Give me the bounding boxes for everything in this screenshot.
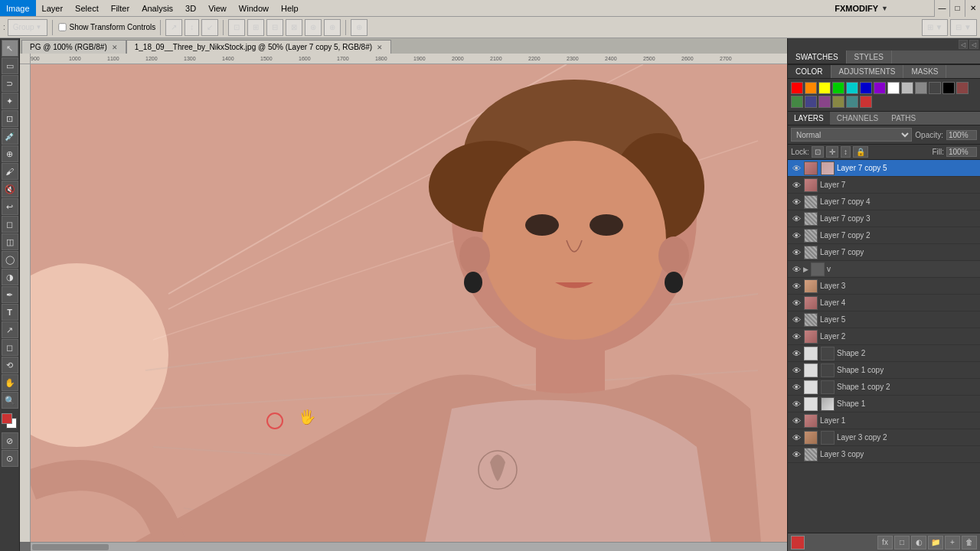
menu-item-view[interactable]: View: [202, 0, 233, 16]
adjustments-tab[interactable]: ADJUSTMENTS: [831, 65, 904, 78]
layer-row-shape1[interactable]: 👁 Shape 1: [788, 396, 980, 412]
layer-row-layer7copy3[interactable]: 👁 Layer 7 copy 3: [788, 210, 980, 227]
swatch-cyan[interactable]: [846, 82, 858, 94]
lock-icon-1[interactable]: ⊡: [812, 146, 824, 158]
menu-item-help[interactable]: Help: [275, 0, 305, 16]
layer-eye-layer5[interactable]: 👁: [791, 315, 802, 325]
transform-btn-4[interactable]: ⊡: [228, 19, 245, 36]
layer-row-layer7copy4[interactable]: 👁 Layer 7 copy 4: [788, 194, 980, 210]
tool-extra-2[interactable]: ⊙: [2, 450, 18, 467]
group-select[interactable]: Group ▼: [8, 19, 47, 36]
lock-icon-4[interactable]: 🔒: [853, 146, 868, 158]
swatch-black[interactable]: [942, 82, 955, 94]
layer-eye-layer3[interactable]: 👁: [791, 281, 802, 292]
layer-eye-layer2[interactable]: 👁: [791, 331, 802, 342]
canvas-image[interactable]: 🖐: [31, 64, 787, 542]
layer-eye-layer7copy[interactable]: 👁: [791, 247, 802, 258]
tool-zoom[interactable]: 🔍: [2, 392, 18, 409]
layer-row-layer4[interactable]: 👁 Layer 4: [788, 295, 980, 311]
tool-eyedropper[interactable]: 💉: [2, 128, 18, 145]
delete-layer-button[interactable]: 🗑: [962, 536, 977, 549]
group-arrow-v[interactable]: ▶: [803, 266, 808, 273]
layer-eye-shape2[interactable]: 👁: [791, 348, 802, 359]
tool-select[interactable]: ↖: [2, 40, 18, 57]
layer-eye-shape1copy[interactable]: 👁: [791, 365, 802, 376]
transform-btn-5[interactable]: ⊞: [247, 19, 264, 36]
layer-eye-layer7copy2[interactable]: 👁: [791, 230, 802, 241]
layer-row-shape2[interactable]: 👁 Shape 2: [788, 345, 980, 362]
swatch-yellow[interactable]: [818, 82, 831, 94]
transform-btn-6[interactable]: ⊟: [266, 19, 283, 36]
layers-tab[interactable]: LAYERS: [788, 112, 831, 125]
layer-row-layer5[interactable]: 👁 Layer 5: [788, 311, 980, 328]
layer-eye-shape1[interactable]: 👁: [791, 399, 802, 409]
layer-eye-layer7copy3[interactable]: 👁: [791, 214, 802, 224]
layer-row-shape1copy2[interactable]: 👁 Shape 1 copy 2: [788, 379, 980, 396]
lock-icon-3[interactable]: ↕: [841, 146, 851, 158]
layer-row-layer7copy5[interactable]: 👁 Layer 7 copy 5: [788, 160, 980, 177]
layer-row-layer7[interactable]: 👁 Layer 7: [788, 177, 980, 194]
swatch-dgray[interactable]: [929, 82, 941, 94]
menu-item-analysis[interactable]: Analysis: [136, 0, 179, 16]
tool-brush[interactable]: 🖌: [2, 163, 18, 180]
layer-row-layer3[interactable]: 👁 Layer 3: [788, 278, 980, 295]
show-transform-checkbox[interactable]: [58, 23, 66, 31]
transform-btn-3[interactable]: ↙: [201, 19, 218, 36]
menu-item-3d[interactable]: 3D: [179, 0, 202, 16]
tool-blur[interactable]: ◯: [2, 251, 18, 268]
layer-eye-shape1copy2[interactable]: 👁: [791, 382, 802, 393]
swatch-red[interactable]: [791, 82, 803, 94]
tool-eraser[interactable]: ◻: [2, 216, 18, 233]
menu-item-layer[interactable]: Layer: [36, 0, 70, 16]
menu-item-image[interactable]: Image: [0, 0, 36, 16]
menu-item-window[interactable]: Window: [233, 0, 275, 16]
layer-eye-layer7[interactable]: 👁: [791, 180, 802, 191]
h-scrollbar[interactable]: [31, 542, 787, 551]
swatch-olive[interactable]: [832, 96, 844, 108]
tool-magic[interactable]: ✦: [2, 93, 18, 109]
menu-item-filter[interactable]: Filter: [105, 0, 136, 16]
toolbar-icon-arrange[interactable]: ⊟ ▼: [950, 19, 977, 36]
layer-row-layer3copy2[interactable]: 👁 Layer 3 copy 2: [788, 429, 980, 446]
layer-eye-layer7copy5[interactable]: 👁: [791, 163, 802, 174]
layer-eye-v[interactable]: 👁: [791, 264, 802, 275]
adjustment-layer-button[interactable]: ◐: [911, 536, 926, 549]
layer-row-layer7copy[interactable]: 👁 Layer 7 copy: [788, 244, 980, 261]
layer-eye-layer4[interactable]: 👁: [791, 298, 802, 308]
layer-eye-layer3copy[interactable]: 👁: [791, 449, 802, 460]
swatch-dpurple[interactable]: [818, 96, 831, 108]
tool-clone[interactable]: 🔇: [2, 181, 18, 197]
transform-btn-7[interactable]: ⊠: [286, 19, 302, 36]
tab-2[interactable]: 1_18_09__Three_by_NikxStock.jpg @ 50% (L…: [126, 40, 391, 54]
panel-collapse-btn-2[interactable]: ◁: [969, 40, 978, 49]
transform-btn-8[interactable]: ⊛: [305, 19, 322, 36]
layer-mask-button[interactable]: □: [894, 536, 910, 549]
tool-3d-move[interactable]: ⟲: [2, 357, 18, 373]
swatch-teal[interactable]: [846, 96, 858, 108]
menu-item-select[interactable]: Select: [69, 0, 105, 16]
minimize-button[interactable]: —: [934, 0, 949, 17]
styles-tab[interactable]: STYLES: [847, 51, 892, 64]
tool-spot-heal[interactable]: ⊕: [2, 145, 18, 162]
swatch-dred[interactable]: [956, 82, 969, 94]
layer-row-layer1[interactable]: 👁 Layer 1: [788, 412, 980, 429]
transform-btn-10[interactable]: ⊕: [351, 19, 368, 36]
transform-btn-1[interactable]: ↗: [165, 19, 182, 36]
title-dropdown-icon[interactable]: ▼: [881, 5, 888, 12]
masks-tab[interactable]: MASKS: [903, 65, 946, 78]
tab-2-close[interactable]: ✕: [377, 44, 383, 51]
swatch-mgray[interactable]: [915, 82, 927, 94]
fill-value[interactable]: [946, 147, 977, 157]
layer-eye-layer7copy4[interactable]: 👁: [791, 197, 802, 207]
channels-tab[interactable]: CHANNELS: [831, 112, 885, 125]
swatch-dk2[interactable]: [860, 96, 872, 108]
maximize-button[interactable]: □: [949, 0, 965, 17]
tool-shape[interactable]: ◻: [2, 339, 18, 356]
swatch-purple[interactable]: [874, 82, 886, 94]
layer-eye-layer3copy2[interactable]: 👁: [791, 432, 802, 443]
swatch-lgray[interactable]: [901, 82, 913, 94]
layer-eye-layer1[interactable]: 👁: [791, 416, 802, 426]
color-tab[interactable]: COLOR: [788, 65, 831, 78]
tool-gradient[interactable]: ◫: [2, 233, 18, 250]
opacity-value[interactable]: [946, 130, 977, 140]
